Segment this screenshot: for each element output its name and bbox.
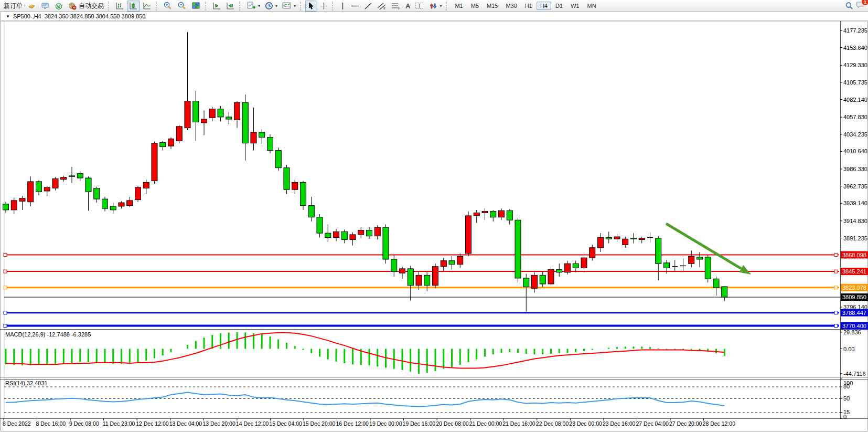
timeframe-d1[interactable]: D1 (552, 2, 566, 10)
hline-handle[interactable] (834, 254, 838, 257)
chevron-down-icon[interactable]: ▾ (275, 4, 277, 8)
candle-body-down (301, 182, 306, 205)
chevron-down-icon[interactable]: ▾ (258, 4, 260, 8)
timeframe-h4[interactable]: H4 (537, 2, 551, 10)
line-chart-button[interactable] (141, 1, 154, 12)
candle-body-up (143, 182, 149, 188)
chart-shift-button[interactable] (210, 1, 223, 12)
candle-body-up (590, 248, 595, 258)
time-label: 15 Dec 04:00 (269, 420, 302, 427)
tile-windows-button[interactable] (189, 1, 203, 12)
candle-body-down (631, 238, 637, 239)
candle-body-up (482, 212, 488, 213)
toolbar-separator (332, 2, 335, 10)
auto-scroll-button[interactable] (224, 1, 237, 12)
label-tool-icon: T (415, 2, 424, 10)
hline-handle[interactable] (4, 311, 7, 314)
timeframe-w1[interactable]: W1 (567, 2, 583, 10)
price-tick-label: 4010.640 (843, 148, 867, 154)
zoom-out-icon (177, 2, 187, 10)
time-label: 13 Dec 04:00 (169, 420, 202, 427)
new-order-label: 新订单 (4, 2, 23, 10)
chart-title-bar: ▼ SP500-,H4 3824.350 3824.850 3804.550 3… (1, 12, 868, 21)
time-label: 8 Dec 16:00 (36, 420, 66, 427)
price-tick-label: 4177.235 (843, 27, 867, 34)
timeframe-m5[interactable]: M5 (467, 2, 483, 10)
candle-body-up (565, 264, 571, 272)
hline-handle[interactable] (4, 254, 7, 257)
candle-body-up (44, 187, 50, 191)
channel-tool-button[interactable]: E (375, 1, 389, 12)
timeframe-m30[interactable]: M30 (502, 2, 520, 10)
candle-body-up (168, 139, 174, 146)
terminal-button[interactable] (39, 1, 52, 12)
chart-canvas[interactable]: 4177.2354153.6404129.3304105.7354082.140… (0, 0, 868, 432)
hline-handle[interactable] (834, 286, 838, 289)
candle-body-up (614, 237, 620, 239)
trendline-tool-button[interactable] (362, 1, 374, 12)
hline-handle[interactable] (834, 324, 838, 328)
chevron-down-icon[interactable]: ▾ (294, 4, 296, 8)
candle-body-up (358, 230, 364, 235)
bar-chart-button[interactable] (113, 1, 126, 12)
cursor-icon (307, 2, 315, 10)
candle-body-up (28, 182, 34, 202)
trend-arrow-head[interactable] (739, 265, 751, 275)
price-label-text: 3809.850 (842, 294, 866, 300)
candle-body-up (689, 256, 694, 264)
candle-body-down (77, 174, 83, 178)
candle-body-down (160, 142, 166, 146)
hline-handle[interactable] (834, 270, 838, 273)
candle-body-up (251, 132, 256, 143)
cursor-tool-button[interactable] (305, 1, 317, 12)
candlestick-chart-button[interactable] (127, 1, 140, 12)
chevron-down-icon[interactable]: ▾ (440, 4, 442, 8)
hline-handle[interactable] (4, 286, 7, 289)
search-icon[interactable] (845, 2, 854, 10)
macd-tick-label: 29.836 (843, 329, 861, 335)
timeframe-m1[interactable]: M1 (451, 2, 466, 10)
hline-handle[interactable] (4, 270, 7, 273)
price-tick-label: 3914.830 (843, 218, 867, 224)
zoom-out-button[interactable] (175, 1, 189, 12)
toolbar-separator (156, 2, 159, 10)
text-tool-button[interactable]: A (403, 1, 412, 12)
new-order-button[interactable]: 新订单 (2, 1, 25, 12)
auto-trading-button[interactable]: 自动交易 (66, 1, 106, 12)
fibonacci-icon: F (391, 2, 401, 10)
arrows-tool-button[interactable]: ▾ (427, 1, 444, 12)
label-tool-button[interactable]: T (413, 1, 426, 12)
order-history-button[interactable] (25, 1, 38, 12)
indicators-button[interactable]: ▾ (280, 1, 298, 12)
hline-handle[interactable] (834, 311, 838, 314)
candle-body-down (573, 264, 578, 268)
timeframe-mn[interactable]: MN (584, 2, 600, 10)
notifications-button[interactable]: 1 (856, 1, 865, 11)
vertical-line-tool-button[interactable] (337, 1, 348, 12)
candle-body-up (474, 213, 479, 216)
new-chart-button[interactable]: ▾ (244, 1, 262, 12)
svg-text:T: T (418, 3, 421, 9)
trend-arrow-line[interactable] (666, 224, 741, 269)
signals-button[interactable] (52, 1, 66, 12)
indicators-icon (282, 2, 292, 10)
candle-body-up (52, 178, 58, 188)
symbol-dropdown-icon[interactable]: ▼ (6, 14, 10, 19)
shapes-icon (429, 2, 437, 10)
price-label-text: 3788.447 (842, 310, 866, 316)
candle-body-down (36, 182, 42, 192)
candle-body-down (697, 257, 703, 259)
fibonacci-tool-button[interactable]: F (389, 1, 403, 12)
time-label: 12 Dec 12:00 (136, 420, 169, 427)
hline-handle[interactable] (4, 324, 7, 328)
horizontal-line-tool-button[interactable] (349, 1, 361, 12)
time-label: 19 Dec 00:00 (369, 420, 402, 427)
mt4-terminal: { "toolbar": { "new_order_label": "新订单",… (0, 0, 868, 432)
crosshair-tool-button[interactable] (318, 1, 330, 12)
period-button[interactable]: ▾ (263, 1, 280, 12)
zoom-in-button[interactable] (161, 1, 175, 12)
time-label: 23 Dec 00:00 (569, 420, 602, 427)
timeframe-h1[interactable]: H1 (521, 2, 536, 10)
candle-body-up (119, 203, 124, 206)
timeframe-m15[interactable]: M15 (483, 2, 501, 10)
